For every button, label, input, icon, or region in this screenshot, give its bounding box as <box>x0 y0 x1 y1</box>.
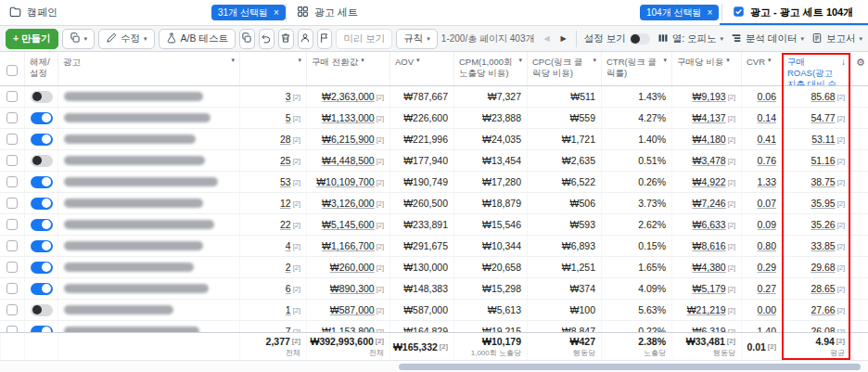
ad-name-blurred[interactable] <box>64 220 214 229</box>
cell-roas[interactable]: 38.75 <box>811 176 835 187</box>
cell-purchases[interactable]: 53 <box>280 176 291 187</box>
horizontal-scrollbar[interactable] <box>0 360 868 372</box>
cell-conv[interactable]: ₩5,145,600 <box>322 219 375 230</box>
ad-name-blurred[interactable] <box>64 92 203 101</box>
row-checkbox[interactable] <box>6 155 18 166</box>
cell-cvr[interactable]: 0.29 <box>758 262 776 273</box>
cell-conv[interactable]: ₩1,166,700 <box>322 240 375 251</box>
cell-purchases[interactable]: 12 <box>280 198 291 209</box>
ad-active-toggle[interactable] <box>31 91 53 103</box>
cell-cpp[interactable]: ₩8,616 <box>692 240 725 251</box>
col-header-aov[interactable]: AOV▾ <box>389 52 453 85</box>
row-checkbox[interactable] <box>6 326 18 332</box>
cell-cpp[interactable]: ₩5,179 <box>692 283 725 294</box>
cell-roas[interactable]: 26.08 <box>811 326 835 332</box>
cell-purchases[interactable]: 7 <box>286 326 291 332</box>
ad-name-blurred[interactable] <box>64 199 203 208</box>
view-settings-switch[interactable] <box>630 33 650 45</box>
cell-purchases[interactable]: 5 <box>286 112 291 123</box>
cell-cvr[interactable]: 0.07 <box>758 198 776 209</box>
cell-purchases[interactable]: 4 <box>286 240 291 251</box>
cell-roas[interactable]: 29.68 <box>811 262 835 273</box>
cell-conv[interactable]: ₩1,153,800 <box>322 326 375 332</box>
col-header-cpp[interactable]: 구매당 비용▾ <box>671 52 741 85</box>
cell-purchases[interactable]: 3 <box>286 91 291 102</box>
ad-active-toggle[interactable] <box>31 283 53 295</box>
ad-active-toggle[interactable] <box>31 112 53 124</box>
cell-purchases[interactable]: 22 <box>280 219 291 230</box>
row-checkbox[interactable] <box>6 112 18 123</box>
next-page-button[interactable]: ▶ <box>559 32 568 45</box>
cell-cpp[interactable]: ₩4,922 <box>692 176 725 187</box>
tab-ads[interactable]: 광고 - 광고 세트 104개 <box>733 0 853 25</box>
cell-purchases[interactable]: 25 <box>280 155 291 166</box>
cell-conv[interactable]: ₩4,448,500 <box>322 155 375 166</box>
row-checkbox[interactable] <box>6 176 18 187</box>
cell-conv[interactable]: ₩6,215,900 <box>322 134 375 145</box>
cell-cpp[interactable]: ₩6,319 <box>692 326 725 332</box>
ad-active-toggle[interactable] <box>31 155 53 167</box>
cell-cvr[interactable]: 0.06 <box>758 91 776 102</box>
ad-active-toggle[interactable] <box>31 240 53 252</box>
col-header-ctr[interactable]: CTR(링크 클릭률)▾ <box>601 52 671 85</box>
cell-conv[interactable]: ₩10,109,700 <box>316 176 374 187</box>
ad-name-blurred[interactable] <box>64 263 194 272</box>
cell-cpp[interactable]: ₩3,478 <box>692 155 725 166</box>
row-checkbox[interactable] <box>6 91 18 102</box>
select-all-checkbox[interactable] <box>6 65 18 76</box>
ad-name-blurred[interactable] <box>64 113 211 122</box>
cell-cpp[interactable]: ₩21,219 <box>687 304 726 315</box>
row-checkbox[interactable] <box>6 198 18 209</box>
cell-cpp[interactable]: ₩4,380 <box>692 262 725 273</box>
cell-cvr[interactable]: 0.76 <box>758 155 776 166</box>
cell-cvr[interactable]: 0.80 <box>758 240 776 251</box>
cell-cpp[interactable]: ₩7,246 <box>692 198 725 209</box>
row-checkbox[interactable] <box>6 283 18 294</box>
ad-name-blurred[interactable] <box>64 135 196 144</box>
clear-adset-selection-icon[interactable]: × <box>707 8 712 18</box>
cell-cvr[interactable]: 0.00 <box>758 304 776 315</box>
cell-cpp[interactable]: ₩4,180 <box>692 134 725 145</box>
cell-cvr[interactable]: 0.41 <box>758 134 776 145</box>
col-header-roas[interactable]: 구매 ROAS(광고 지출 대비 수익률)↓ <box>782 52 850 85</box>
cell-conv[interactable]: ₩1,133,000 <box>322 112 375 123</box>
cell-roas[interactable]: 35.26 <box>811 219 835 230</box>
campaign-selected-badge[interactable]: 31개 선택됨 × <box>211 5 286 20</box>
ad-active-toggle[interactable] <box>31 219 53 231</box>
cell-cvr[interactable]: 1.33 <box>758 176 776 187</box>
scrollbar-thumb[interactable] <box>399 364 861 370</box>
columns-button[interactable]: 열: 오피노 ▾ <box>657 32 723 45</box>
cell-purchases[interactable]: 1 <box>286 304 291 315</box>
ad-active-toggle[interactable] <box>31 262 53 274</box>
col-header-cpc[interactable]: CPC(링크 클릭당 비용)▾ <box>527 52 601 85</box>
rules-button[interactable]: 규칙 ▾ <box>396 29 438 49</box>
delete-button[interactable] <box>278 29 294 49</box>
prev-page-button[interactable]: ◀ <box>542 32 551 45</box>
cell-cvr[interactable]: 0.27 <box>758 283 776 294</box>
clear-campaign-selection-icon[interactable]: × <box>274 8 279 18</box>
row-checkbox[interactable] <box>6 304 18 315</box>
cell-cpp[interactable]: ₩9,193 <box>692 91 725 102</box>
report-button[interactable]: 보고서 ▾ <box>811 32 862 45</box>
cell-purchases[interactable]: 28 <box>280 134 291 145</box>
cell-conv[interactable]: ₩890,300 <box>330 283 375 294</box>
cell-cpp[interactable]: ₩6,633 <box>692 219 725 230</box>
edit-button[interactable]: 수정 ▾ <box>98 29 155 49</box>
cell-conv[interactable]: ₩2,363,000 <box>322 91 375 102</box>
duplicate-button[interactable]: ▾ <box>62 29 96 49</box>
ad-active-toggle[interactable] <box>31 304 53 316</box>
row-checkbox[interactable] <box>6 134 18 145</box>
cell-roas[interactable]: 85.68 <box>811 91 835 102</box>
cell-roas[interactable]: 33.85 <box>811 240 835 251</box>
cell-conv[interactable]: ₩587,000 <box>330 304 375 315</box>
cell-roas[interactable]: 54.77 <box>811 112 835 123</box>
row-checkbox[interactable] <box>6 240 18 251</box>
row-checkbox[interactable] <box>6 219 18 230</box>
cell-cvr[interactable]: 1.40 <box>758 326 776 332</box>
cell-purchases[interactable]: 2 <box>286 262 291 273</box>
ad-name-blurred[interactable] <box>64 305 173 314</box>
col-header-purchases[interactable]: ▾ <box>239 52 306 85</box>
view-settings-toggle[interactable]: 설정 보기 <box>584 32 650 45</box>
tab-adset[interactable]: 광고 세트 <box>297 0 358 25</box>
ad-active-toggle[interactable] <box>31 326 53 333</box>
